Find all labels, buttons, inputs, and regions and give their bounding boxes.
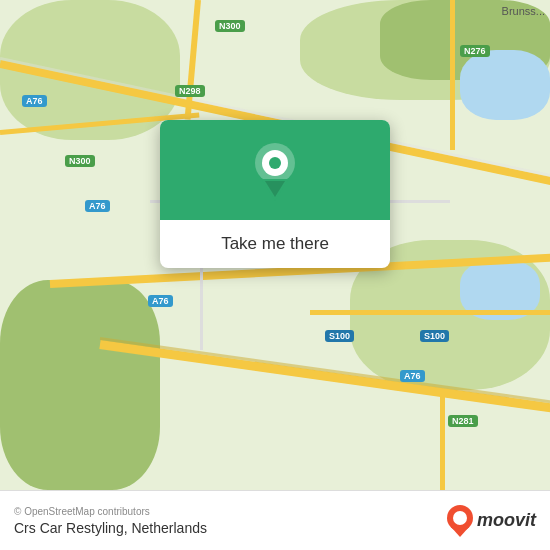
road-label-a76-1: A76 (22, 95, 47, 107)
road-label-n276: N276 (460, 45, 490, 57)
road-label-s100-1: S100 (325, 330, 354, 342)
svg-point-2 (269, 157, 281, 169)
location-pin-icon (251, 143, 299, 201)
moovit-brand-text: moovit (477, 510, 536, 531)
road-n281 (440, 390, 445, 490)
svg-marker-7 (451, 527, 469, 537)
road-n276 (450, 0, 455, 150)
road-s100-1 (310, 310, 430, 315)
footer: © OpenStreetMap contributors Crs Car Res… (0, 490, 550, 550)
city-label-brunss: Brunss... (502, 5, 545, 17)
road-label-n281: N281 (448, 415, 478, 427)
svg-point-6 (453, 511, 467, 525)
footer-left: © OpenStreetMap contributors Crs Car Res… (14, 506, 207, 536)
road-label-s100-2: S100 (420, 330, 449, 342)
road-label-n298: N298 (175, 85, 205, 97)
location-title: Crs Car Restyling, Netherlands (14, 520, 207, 536)
road-label-a76-2: A76 (85, 200, 110, 212)
popup-green-header (160, 120, 390, 220)
road-label-a76-4: A76 (400, 370, 425, 382)
map-container: A76 A76 A76 A76 N298 N300 N300 N276 S100… (0, 0, 550, 490)
road-label-n300-2: N300 (65, 155, 95, 167)
popup-card: Take me there (160, 120, 390, 268)
road-label-a76-3: A76 (148, 295, 173, 307)
map-water (460, 50, 550, 120)
road-label-n300-1: N300 (215, 20, 245, 32)
take-me-there-button[interactable]: Take me there (160, 220, 390, 268)
moovit-pin-icon (447, 505, 473, 537)
road-s100-2 (420, 310, 550, 315)
moovit-logo: moovit (447, 505, 536, 537)
map-area (0, 280, 160, 490)
copyright-text: © OpenStreetMap contributors (14, 506, 207, 517)
